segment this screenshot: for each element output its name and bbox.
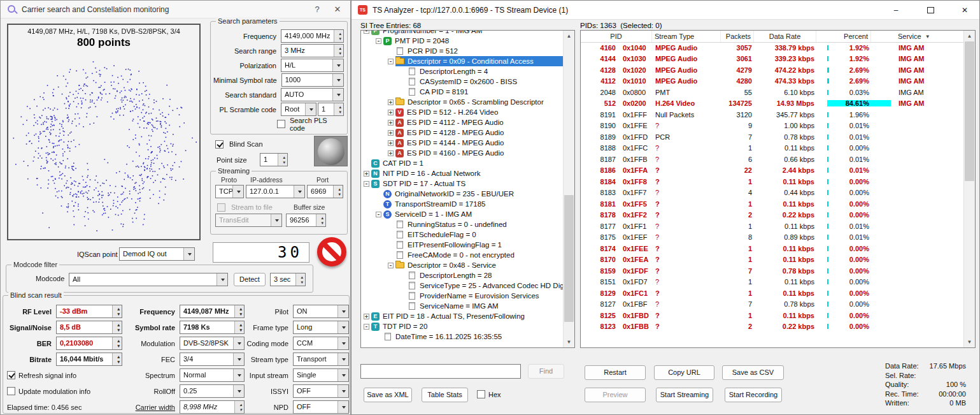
maximize-button[interactable]: [916, 1, 945, 20]
pid-table-row[interactable]: 81590x1FDF?70.78 kbps0.00%: [581, 265, 963, 277]
table-scrollbar[interactable]: ▲ ▼: [963, 31, 975, 347]
tree-item-main[interactable]: PCR PID = 512: [395, 46, 563, 56]
save-csv-button[interactable]: Save as CSV: [722, 365, 784, 380]
pid-table-row[interactable]: 81230x1FBB?20.22 kbps0.00%: [581, 321, 963, 333]
modulation-select[interactable]: DVB-S2/8PSK: [180, 337, 245, 350]
help-button[interactable]: ?: [309, 4, 325, 14]
pid-table-row[interactable]: 81830x1FF7?40.44 kbps0.00%: [581, 187, 963, 199]
pid-table-row[interactable]: 5120x0200H.264 Video13472514.93 Mbps84.6…: [581, 98, 963, 110]
tree-item[interactable]: ServiceType = 25 - Advanced Codec HD Dig…: [362, 280, 563, 291]
save-xml-button[interactable]: Save as XML: [364, 388, 412, 402]
tree-item[interactable]: +AES PID = 4128 - MPEG Audio: [362, 127, 563, 138]
tree-item-main[interactable]: Descriptor = 0x48 - Service: [395, 260, 563, 270]
update-modulation-checkbox[interactable]: [7, 387, 15, 395]
tree-item-main[interactable]: AES PID = 4128 - MPEG Audio: [395, 127, 563, 138]
transedit-select[interactable]: TransEdit: [215, 214, 282, 227]
spectrum-select[interactable]: Normal: [180, 368, 245, 382]
tree-item[interactable]: -TTDT PID = 20: [362, 321, 563, 331]
col-header-data-rate[interactable]: Data Rate: [754, 31, 816, 42]
restart-button[interactable]: Restart: [585, 365, 646, 380]
tree-item-main[interactable]: CASystemID = 0x2600 - BISS: [408, 76, 563, 87]
tree-item[interactable]: -SServiceID = 1 - IMG AM: [362, 209, 563, 219]
tree-item-main[interactable]: EITPresentFollowingFlag = 1: [395, 240, 563, 250]
start-streaming-button[interactable]: Start Streaming: [656, 388, 713, 402]
signal-noise-spinner[interactable]: 8,5 dB: [56, 321, 122, 334]
tree-item-main[interactable]: TTDT PID = 20: [371, 321, 563, 331]
scroll-down-icon[interactable]: ▼: [964, 337, 975, 347]
tree-item[interactable]: CASystemID = 0x2600 - BISS: [362, 76, 563, 87]
tree-item[interactable]: EITScheduleFlag = 0: [362, 229, 563, 240]
tree-item-main[interactable]: AES PID = 4144 - MPEG Audio: [395, 138, 563, 148]
expand-icon[interactable]: +: [388, 120, 394, 126]
detect-button[interactable]: Detect: [234, 273, 266, 286]
pid-table-row[interactable]: 41440x1030MPEG Audio3061339.23 kbps1.92%…: [581, 54, 963, 65]
tree-item[interactable]: DescriptorLength = 4: [362, 66, 563, 76]
bitrate-spinner[interactable]: 16,044 Mbit/s: [56, 353, 122, 366]
tree-item[interactable]: NOriginalNetworkID = 235 - EBU/UER: [362, 189, 563, 199]
search-pls-checkbox[interactable]: [277, 120, 285, 128]
table-stats-button[interactable]: Table Stats: [422, 388, 468, 402]
refresh-signal-checkbox[interactable]: [7, 371, 15, 379]
polarization-select[interactable]: H/L: [281, 59, 344, 72]
point-size-spinner[interactable]: 1: [260, 153, 288, 166]
minimize-button[interactable]: –: [881, 1, 911, 20]
collapse-icon[interactable]: -: [364, 181, 369, 187]
input-stream-select[interactable]: Single: [293, 368, 349, 382]
collapse-icon[interactable]: -: [376, 212, 381, 217]
symbol-rate-spinner[interactable]: 7198 Ks: [180, 321, 245, 334]
frequency-spinner[interactable]: 4149,000 MHz: [281, 29, 344, 43]
tree-item-main[interactable]: NNIT PID = 16 - Actual Network: [371, 168, 563, 178]
tree-item[interactable]: CA PID = 8191: [362, 87, 563, 97]
scroll-down-icon[interactable]: ▼: [564, 337, 574, 347]
tree-item[interactable]: +Descriptor = 0x65 - Scrambling Descript…: [362, 97, 563, 107]
tree-item-main[interactable]: NOriginalNetworkID = 235 - EBU/UER: [383, 189, 563, 199]
tree-item-main[interactable]: SSDT PID = 17 - Actual TS: [371, 178, 563, 189]
tree-item[interactable]: -PPMT PID = 2048: [362, 36, 563, 46]
tree-item[interactable]: -Descriptor = 0x48 - Service: [362, 260, 563, 270]
tree-item-main[interactable]: EEIT PID = 18 - Actual TS, Present/Follo…: [371, 311, 563, 321]
tree-item-main[interactable]: VES PID = 512 - H.264 Video: [395, 107, 563, 117]
pid-table-row[interactable]: 81880x1FFC?10.11 kbps0.00%: [581, 143, 963, 154]
pl-scramble-value-spinner[interactable]: 1: [318, 103, 344, 116]
tree-item-main[interactable]: CA PID = 8191: [408, 87, 563, 97]
find-input[interactable]: [360, 364, 521, 379]
tree-item-main[interactable]: EITScheduleFlag = 0: [395, 229, 563, 240]
pid-table-row[interactable]: 81860x1FFA?222.44 kbps0.01%: [581, 165, 963, 177]
pid-table-row[interactable]: 81810x1FF5?10.11 kbps0.00%: [581, 198, 963, 210]
service-filter-icon[interactable]: ▼: [925, 34, 930, 40]
search-range-spinner[interactable]: 3 MHz: [281, 44, 344, 57]
pid-table-row[interactable]: 81510x1FD7?10.11 kbps0.00%: [581, 277, 963, 288]
pilot-select[interactable]: ON: [293, 305, 349, 318]
tree-item[interactable]: +AES PID = 4160 - MPEG Audio: [362, 148, 563, 158]
tree-item[interactable]: PCR PID = 512: [362, 46, 563, 56]
tree-item-main[interactable]: AES PID = 4112 - MPEG Audio: [395, 117, 563, 127]
tree-item-main[interactable]: TTransportStreamID = 17185: [383, 199, 563, 209]
fec-select[interactable]: 3/4: [180, 353, 245, 366]
collapse-icon[interactable]: -: [364, 31, 369, 34]
min-symbol-rate-select[interactable]: 1000: [281, 73, 344, 87]
tree-item[interactable]: +AES PID = 4112 - MPEG Audio: [362, 117, 563, 127]
proto-select[interactable]: TCP: [215, 185, 244, 198]
expand-icon[interactable]: +: [388, 130, 394, 136]
collapse-icon[interactable]: -: [388, 59, 394, 64]
tree-item-main[interactable]: DescriptorLength = 28: [408, 270, 563, 280]
col-header-stream-type[interactable]: Stream Type: [652, 31, 721, 42]
pid-table-row[interactable]: 41120x1010MPEG Audio4280474.33 kbps2.69%…: [581, 76, 963, 87]
pl-scramble-mode-select[interactable]: Root: [281, 103, 316, 116]
col-header-percent[interactable]: Percent: [816, 31, 871, 42]
pid-table-row[interactable]: 81910x1FFFNull Packets3120345.77 kbps1.9…: [581, 109, 963, 120]
pid-table-row[interactable]: 41280x1020MPEG Audio4279474.22 kbps2.69%…: [581, 64, 963, 76]
left-close-button[interactable]: ✕: [330, 4, 345, 14]
tree-item[interactable]: +AES PID = 4144 - MPEG Audio: [362, 138, 563, 148]
scroll-up-icon[interactable]: ▲: [564, 31, 574, 41]
start-recording-button[interactable]: Start Recording: [725, 388, 782, 402]
tree-item-main[interactable]: DateTime = 16.11.2025 16:35:55: [383, 331, 563, 342]
port-spinner[interactable]: 6969: [307, 185, 343, 198]
tree-item[interactable]: DateTime = 16.11.2025 16:35:55: [362, 331, 563, 342]
modcode-select[interactable]: All: [69, 273, 228, 286]
blind-scan-checkbox[interactable]: [215, 140, 224, 149]
tree-item[interactable]: DescriptorLength = 28: [362, 270, 563, 280]
find-button[interactable]: Find: [528, 364, 564, 379]
rf-level-spinner[interactable]: -33 dBm: [56, 305, 122, 318]
tree-item[interactable]: CCAT PID = 1: [362, 158, 563, 168]
